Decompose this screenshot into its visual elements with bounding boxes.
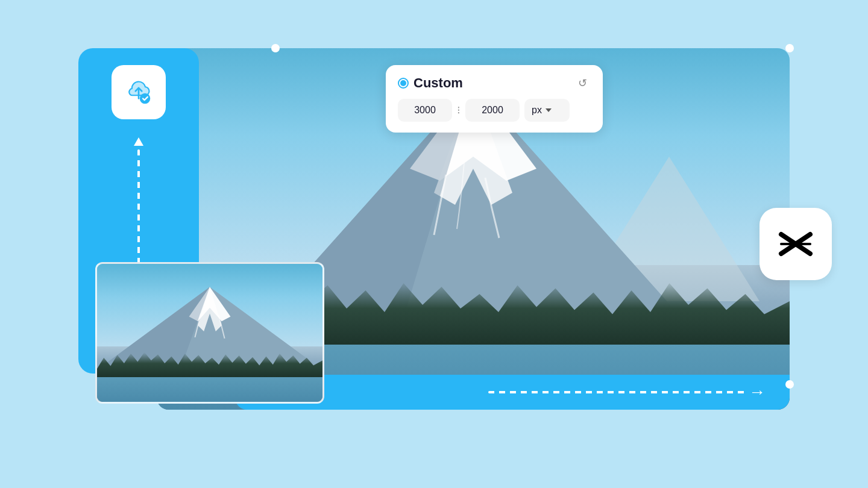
- dimensions-row: ⁝ px: [398, 99, 591, 122]
- corner-dot-top-right: [785, 44, 794, 52]
- capcut-icon-box[interactable]: [760, 208, 832, 280]
- radio-button[interactable]: [398, 78, 409, 89]
- thumbnail-image: [95, 262, 324, 404]
- panel-header: Custom ↺: [398, 75, 591, 92]
- svg-point-1: [140, 93, 151, 104]
- arrow-right-icon: →: [749, 383, 766, 402]
- corner-dot-top-left: [271, 44, 280, 52]
- corner-dot-bottom-right: [785, 380, 794, 389]
- thumb-water: [97, 377, 322, 402]
- unit-label: px: [532, 105, 542, 116]
- dimension-separator: ⁝: [457, 104, 461, 117]
- reset-button[interactable]: ↺: [574, 75, 591, 92]
- height-input[interactable]: [465, 99, 520, 122]
- main-container: Custom ↺ ⁝ px →: [78, 48, 790, 440]
- arrow-up-head: [134, 137, 143, 146]
- dashed-line-horizontal: [488, 391, 745, 393]
- width-input[interactable]: [398, 99, 452, 122]
- label-row: Custom: [398, 75, 463, 91]
- unit-selector[interactable]: px: [524, 99, 570, 122]
- thumbnail-scene: [97, 264, 322, 402]
- cloud-upload-box[interactable]: [112, 65, 166, 119]
- custom-label: Custom: [414, 75, 463, 91]
- radio-inner: [400, 80, 406, 86]
- chevron-down-icon: [546, 108, 552, 112]
- capcut-icon: [774, 222, 817, 266]
- custom-panel: Custom ↺ ⁝ px: [386, 65, 603, 133]
- cloud-upload-icon: [122, 75, 156, 109]
